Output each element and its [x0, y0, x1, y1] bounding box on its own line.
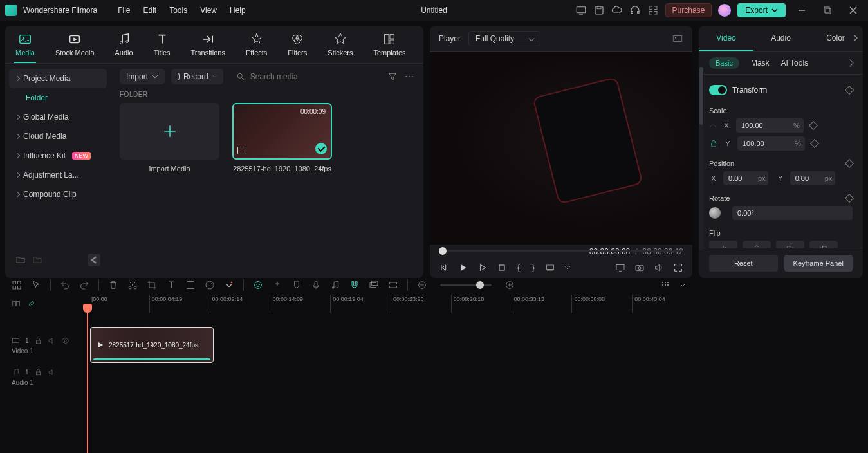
maximize-icon[interactable]	[823, 6, 832, 15]
timeline-clip[interactable]: 2825517-hd_1920_1080_24fps	[90, 327, 214, 363]
lock-icon[interactable]	[34, 368, 42, 376]
sidebar-folder[interactable]: Folder	[9, 88, 107, 107]
inspector-tab-video[interactable]: Video	[699, 26, 753, 51]
player-viewport[interactable]	[430, 52, 692, 245]
record-dropdown[interactable]: Record	[171, 69, 223, 84]
sidebar-adjustment[interactable]: Adjustment La...	[9, 165, 107, 185]
link-icon[interactable]	[27, 299, 36, 308]
rotate-ccw-button[interactable]	[809, 241, 838, 248]
cloud-icon[interactable]	[611, 5, 623, 16]
media-clip-item[interactable]: 00:00:09 2825517-hd_1920_1080_24fps	[232, 103, 332, 172]
menu-edit[interactable]: Edit	[138, 3, 162, 17]
headphone-icon[interactable]	[629, 5, 641, 16]
lock-icon[interactable]	[34, 337, 42, 345]
keyframe-diamond-icon[interactable]	[845, 194, 854, 203]
eye-icon[interactable]	[61, 337, 69, 345]
tab-media[interactable]: Media	[14, 32, 36, 63]
delete-icon[interactable]	[108, 280, 118, 290]
tab-transitions[interactable]: Transitions	[190, 32, 226, 63]
zoom-slider[interactable]	[440, 284, 492, 286]
menu-tools[interactable]: Tools	[164, 3, 192, 17]
next-subtab-icon[interactable]	[846, 59, 853, 66]
text-icon[interactable]	[166, 280, 176, 290]
keyframe-diamond-icon[interactable]	[845, 159, 854, 168]
pos-x-input[interactable]	[723, 171, 768, 185]
keyframe-panel-button[interactable]: Keyframe Panel	[784, 255, 853, 272]
sidebar-cloud-media[interactable]: Cloud Media	[9, 127, 107, 146]
search-input[interactable]	[250, 72, 374, 81]
tab-stock[interactable]: Stock Media	[54, 32, 96, 63]
purchase-button[interactable]: Purchase	[665, 3, 712, 17]
magnet-icon[interactable]	[349, 280, 360, 290]
subtab-mask[interactable]: Mask	[751, 59, 770, 68]
snapshot-icon[interactable]	[672, 33, 683, 44]
menu-view[interactable]: View	[195, 3, 222, 17]
playhead[interactable]	[87, 309, 88, 453]
sidebar-compound[interactable]: Compound Clip	[9, 185, 107, 204]
sidebar-project-media[interactable]: Project Media	[9, 69, 107, 88]
crop-icon[interactable]	[147, 280, 157, 290]
track-display-icon[interactable]	[388, 280, 398, 290]
close-icon[interactable]	[849, 6, 858, 15]
speed-icon[interactable]	[205, 280, 215, 290]
group-icon[interactable]	[369, 280, 379, 290]
tab-titles[interactable]: Titles	[152, 32, 172, 63]
marker-icon[interactable]	[291, 280, 302, 290]
cut-icon[interactable]	[127, 280, 138, 290]
player-scrubber[interactable]	[439, 250, 683, 252]
music-icon[interactable]	[330, 280, 340, 290]
grid-view-icon[interactable]	[12, 280, 22, 290]
ripple-icon[interactable]	[12, 299, 21, 308]
new-bin-icon[interactable]	[32, 255, 42, 265]
rotate-input[interactable]	[732, 206, 853, 220]
transform-toggle[interactable]	[709, 85, 727, 95]
minimize-icon[interactable]	[797, 6, 806, 15]
save-icon[interactable]	[593, 5, 605, 16]
mute-icon[interactable]	[48, 368, 56, 376]
rotate-knob[interactable]	[709, 207, 721, 219]
mute-icon[interactable]	[48, 337, 56, 345]
sidebar-global-media[interactable]: Global Media	[9, 107, 107, 127]
scale-x-input[interactable]	[736, 118, 804, 133]
keyframe-diamond-icon[interactable]	[810, 139, 819, 148]
collapse-sidebar-icon[interactable]	[88, 254, 100, 266]
menu-file[interactable]: File	[113, 3, 135, 17]
tab-stickers[interactable]: Stickers	[326, 32, 354, 63]
keyframe-diamond-icon[interactable]	[845, 86, 854, 95]
lock-icon[interactable]	[709, 139, 718, 148]
menu-help[interactable]: Help	[225, 3, 251, 17]
new-folder-icon[interactable]	[15, 255, 26, 265]
flip-v-button[interactable]	[743, 241, 771, 248]
flip-h-button[interactable]	[709, 241, 737, 248]
tab-effects[interactable]: Effects	[245, 32, 268, 63]
timeline-options-icon[interactable]	[660, 280, 670, 290]
quality-dropdown[interactable]: Full Quality	[468, 31, 540, 46]
redo-icon[interactable]	[79, 280, 89, 290]
subtab-basic[interactable]: Basic	[709, 57, 739, 69]
scale-y-input[interactable]	[737, 136, 805, 151]
apps-icon[interactable]	[647, 5, 659, 16]
chevron-down-icon[interactable]	[679, 280, 686, 290]
ai-robot-icon[interactable]	[253, 280, 263, 290]
tab-filters[interactable]: Filters	[286, 32, 308, 63]
device-icon[interactable]	[575, 5, 587, 16]
sidebar-influence-kit[interactable]: Influence KitNEW	[9, 146, 107, 165]
filter-icon[interactable]	[387, 71, 398, 82]
sparkle-icon[interactable]	[272, 280, 282, 290]
zoom-in-icon[interactable]	[504, 280, 515, 290]
subtab-ai[interactable]: AI Tools	[781, 59, 808, 68]
mic-icon[interactable]	[311, 280, 321, 290]
cursor-icon[interactable]	[31, 280, 41, 290]
inspector-tab-audio[interactable]: Audio	[753, 26, 808, 51]
zoom-out-icon[interactable]	[417, 280, 427, 290]
profile-avatar[interactable]	[718, 4, 731, 17]
frame-icon[interactable]	[185, 280, 196, 290]
more-icon[interactable]	[404, 71, 414, 82]
expand-icon[interactable]	[224, 280, 234, 290]
undo-icon[interactable]	[60, 280, 70, 290]
inspector-scrollbar[interactable]	[699, 67, 703, 251]
timeline-ruler[interactable]: |00:00 00:00:04:19 00:00:09:14 00:00:14:…	[89, 295, 692, 313]
tab-audio[interactable]: Audio	[114, 32, 134, 63]
reset-button[interactable]: Reset	[709, 255, 778, 272]
more-tabs-icon[interactable]	[853, 35, 859, 41]
